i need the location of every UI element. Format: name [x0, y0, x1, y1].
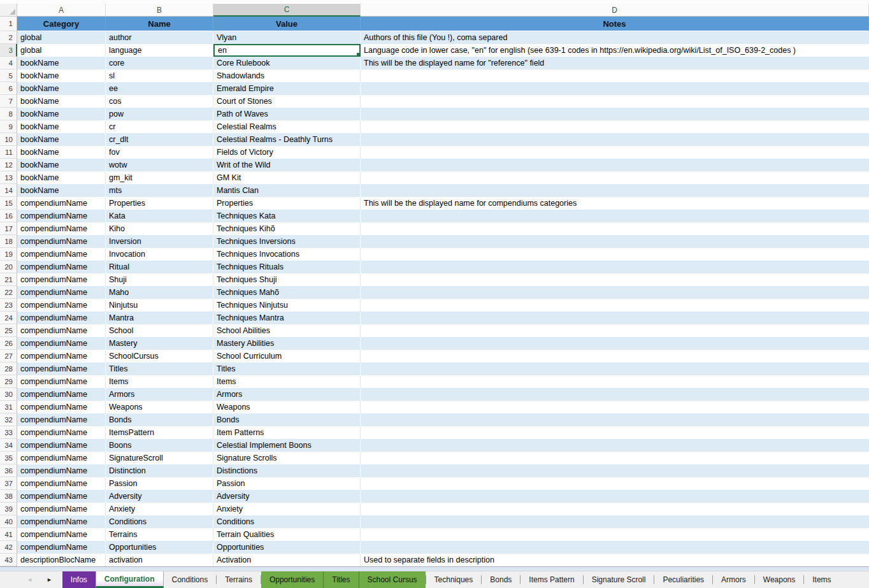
cell-name[interactable]: author: [106, 31, 213, 44]
cell-value[interactable]: Armors: [213, 388, 361, 401]
cell-notes[interactable]: [361, 222, 869, 235]
cell-value[interactable]: Path of Waves: [213, 108, 361, 120]
cell-name[interactable]: Bonds: [106, 413, 213, 426]
cell-value[interactable]: Weapons: [213, 401, 361, 413]
cell-name[interactable]: Armors: [106, 388, 213, 401]
row-header[interactable]: 39: [0, 503, 17, 515]
row-header[interactable]: 28: [0, 362, 17, 375]
row-header[interactable]: 3: [0, 44, 17, 57]
cell-value[interactable]: Properties: [213, 197, 361, 210]
cell-notes[interactable]: [361, 184, 869, 197]
cell-category[interactable]: bookName: [17, 120, 106, 133]
cell-value[interactable]: Writ of the Wild: [213, 159, 361, 171]
cell-value[interactable]: Techniques Kihõ: [213, 222, 361, 235]
cell-name[interactable]: Mantra: [106, 312, 213, 324]
cell-notes[interactable]: [361, 159, 869, 171]
cell-notes[interactable]: [361, 350, 869, 362]
cell-category[interactable]: compendiumName: [17, 528, 106, 541]
sheet-tab-peculiarities[interactable]: Peculiarities: [654, 571, 712, 588]
cell-name[interactable]: ItemsPattern: [106, 426, 213, 439]
sheet-tab-configuration[interactable]: Configuration: [96, 571, 164, 588]
cell-notes[interactable]: Language code in lower case, "en" for en…: [361, 44, 869, 57]
row-header[interactable]: 6: [0, 82, 17, 95]
row-header[interactable]: 30: [0, 388, 17, 401]
cell-name[interactable]: wotw: [106, 159, 213, 171]
cell-value[interactable]: Techniques Shuji: [213, 273, 361, 286]
cell-name[interactable]: Invocation: [106, 248, 213, 261]
cell-notes[interactable]: [361, 503, 869, 515]
row-header[interactable]: 33: [0, 426, 17, 439]
cell-name[interactable]: Items: [106, 375, 213, 388]
cell-category[interactable]: compendiumName: [17, 452, 106, 464]
cell-value[interactable]: Conditions: [213, 515, 361, 528]
cell-value[interactable]: Adversity: [213, 490, 361, 503]
sheet-tab-titles[interactable]: Titles: [324, 571, 358, 588]
cell-category[interactable]: compendiumName: [17, 413, 106, 426]
cell-notes[interactable]: [361, 439, 869, 452]
row-header[interactable]: 10: [0, 133, 17, 146]
cell-name[interactable]: SignatureScroll: [106, 452, 213, 464]
cell-notes[interactable]: [361, 413, 869, 426]
row-header[interactable]: 37: [0, 477, 17, 490]
sheet-tab-weapons[interactable]: Weapons: [755, 571, 803, 588]
cell-value[interactable]: Items: [213, 375, 361, 388]
cell-notes[interactable]: [361, 299, 869, 312]
row-header[interactable]: 19: [0, 248, 17, 261]
cell-value[interactable]: Techniques Invocations: [213, 248, 361, 261]
row-header[interactable]: 27: [0, 350, 17, 362]
cell-notes[interactable]: [361, 286, 869, 299]
sheet-tab-school-cursus[interactable]: School Cursus: [359, 571, 426, 588]
cell-name[interactable]: gm_kit: [106, 171, 213, 184]
cell-category[interactable]: compendiumName: [17, 324, 106, 337]
cell-notes[interactable]: Authors of this file (You !), coma separ…: [361, 31, 869, 44]
cell-name[interactable]: fov: [106, 146, 213, 159]
cell-value[interactable]: Anxiety: [213, 503, 361, 515]
cell-name[interactable]: sl: [106, 69, 213, 82]
sheet-tab-terrains[interactable]: Terrains: [217, 571, 261, 588]
cell-notes[interactable]: This will be the displayed name for comp…: [361, 197, 869, 210]
cell-category[interactable]: compendiumName: [17, 541, 106, 554]
row-header[interactable]: 29: [0, 375, 17, 388]
cell-notes[interactable]: [361, 146, 869, 159]
cell-value[interactable]: Mastery Abilities: [213, 337, 361, 350]
column-header-d[interactable]: D: [361, 4, 869, 17]
cell-name[interactable]: SchoolCursus: [106, 350, 213, 362]
header-cell-name[interactable]: Name: [106, 17, 213, 31]
cell-name[interactable]: ee: [106, 82, 213, 95]
cell-value[interactable]: Item Patterns: [213, 426, 361, 439]
cell-value[interactable]: en: [213, 44, 361, 57]
cell-name[interactable]: mts: [106, 184, 213, 197]
row-header[interactable]: 14: [0, 184, 17, 197]
cell-value[interactable]: Fields of Victory: [213, 146, 361, 159]
cell-category[interactable]: compendiumName: [17, 210, 106, 222]
row-header[interactable]: 40: [0, 515, 17, 528]
row-header[interactable]: 32: [0, 413, 17, 426]
row-header[interactable]: 38: [0, 490, 17, 503]
cell-notes[interactable]: This will be the displayed name for "ref…: [361, 57, 869, 69]
column-header-b[interactable]: B: [106, 4, 213, 17]
row-header[interactable]: 22: [0, 286, 17, 299]
cell-name[interactable]: Ritual: [106, 261, 213, 273]
cell-category[interactable]: bookName: [17, 133, 106, 146]
column-header-c[interactable]: C: [213, 4, 361, 17]
row-header[interactable]: 21: [0, 273, 17, 286]
sheet-tab-items-pattern[interactable]: Items Pattern: [521, 571, 582, 588]
sheet-tab-conditions[interactable]: Conditions: [164, 571, 217, 588]
cell-name[interactable]: Adversity: [106, 490, 213, 503]
cell-value[interactable]: Core Rulebook: [213, 57, 361, 69]
sheet-tab-bonds[interactable]: Bonds: [482, 571, 520, 588]
cell-value[interactable]: Shadowlands: [213, 69, 361, 82]
cell-category[interactable]: global: [17, 31, 106, 44]
row-header[interactable]: 9: [0, 120, 17, 133]
cell-value[interactable]: Distinctions: [213, 464, 361, 477]
cell-value[interactable]: Celestial Realms - Deathly Turns: [213, 133, 361, 146]
cell-value[interactable]: School Abilities: [213, 324, 361, 337]
cell-value[interactable]: Passion: [213, 477, 361, 490]
cell-name[interactable]: cr: [106, 120, 213, 133]
cell-category[interactable]: compendiumName: [17, 375, 106, 388]
cell-category[interactable]: bookName: [17, 146, 106, 159]
row-header[interactable]: 31: [0, 401, 17, 413]
cell-value[interactable]: Techniques Kata: [213, 210, 361, 222]
row-header[interactable]: 4: [0, 57, 17, 69]
cell-notes[interactable]: [361, 401, 869, 413]
